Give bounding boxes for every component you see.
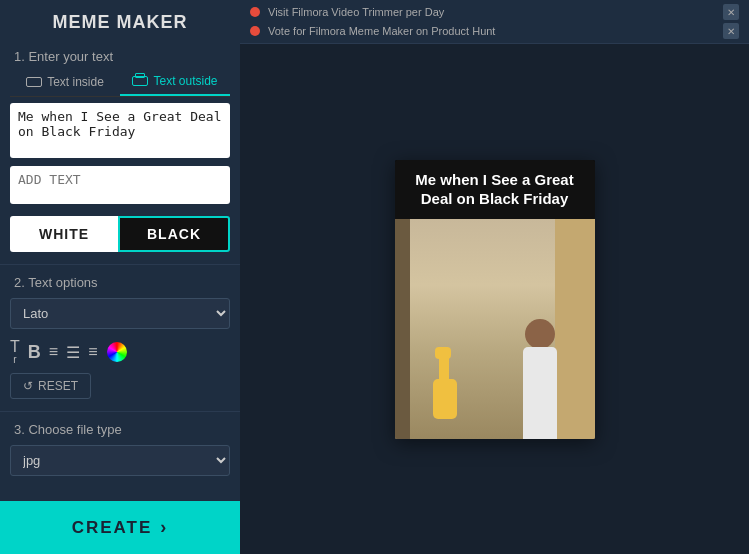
font-select-wrap: Lato Arial Impact [0,294,240,335]
notification-bar: Visit Filmora Video Trimmer per Day ✕ Vo… [240,0,749,44]
right-panel: Visit Filmora Video Trimmer per Day ✕ Vo… [240,0,749,554]
create-button[interactable]: CREATE › [0,501,240,554]
meme-top-text: Me when I See a Great Deal on Black Frid… [395,160,595,219]
top-text-wrap: Me when I See a Great Deal on Black Frid… [0,103,240,166]
color-buttons: WHITE BLACK [10,216,230,252]
format-icons-row: Tr B ≡ ☰ ≡ [0,335,240,369]
white-color-button[interactable]: WHITE [10,216,118,252]
reset-icon: ↺ [23,379,33,393]
text-outside-icon [132,76,148,86]
color-wheel-icon[interactable] [107,342,127,362]
bottom-text-wrap [0,166,240,212]
text-inside-icon [26,77,42,87]
text-size-icon[interactable]: Tr [10,339,20,365]
notif-item-2: Vote for Filmora Meme Maker on Product H… [250,23,739,39]
notif-text-2: Vote for Filmora Meme Maker on Product H… [268,25,495,37]
meme-image-background [395,219,595,439]
tab-text-inside[interactable]: Text inside [10,68,120,96]
font-select[interactable]: Lato Arial Impact [10,298,230,329]
reset-button[interactable]: ↺ RESET [10,373,91,399]
notif-close-1[interactable]: ✕ [723,4,739,20]
notif-text-1: Visit Filmora Video Trimmer per Day [268,6,444,18]
giraffe-neck [439,356,449,381]
bottom-text-input[interactable] [10,166,230,204]
create-label: CREATE [72,518,153,538]
meme-card: Me when I See a Great Deal on Black Frid… [395,160,595,439]
tab-outside-label: Text outside [153,74,217,88]
notif-close-2[interactable]: ✕ [723,23,739,39]
app-title: MEME MAKER [0,0,240,43]
tab-inside-label: Text inside [47,75,104,89]
text-position-tabs: Text inside Text outside [10,68,230,97]
notif-dot-2 [250,26,260,36]
step1-label: 1. Enter your text [0,43,240,68]
kid-legs [523,394,557,439]
meme-image [395,219,595,439]
kid-body [523,347,557,397]
file-select-wrap: jpg png gif [0,441,240,482]
align-center-icon[interactable]: ☰ [66,343,80,362]
bold-icon[interactable]: B [28,342,41,363]
giraffe-body [433,379,457,419]
tab-text-outside[interactable]: Text outside [120,68,230,96]
black-color-button[interactable]: BLACK [118,216,230,252]
create-chevron-icon: › [160,517,168,538]
step2-label: 2. Text options [0,269,240,294]
kid-figure [515,319,565,439]
step3-label: 3. Choose file type [0,416,240,441]
notif-dot-1 [250,7,260,17]
left-panel: MEME MAKER 1. Enter your text Text insid… [0,0,240,554]
file-type-select[interactable]: jpg png gif [10,445,230,476]
divider1 [0,264,240,265]
kid-head [525,319,555,349]
divider2 [0,411,240,412]
meme-preview-area: Me when I See a Great Deal on Black Frid… [240,44,749,554]
giraffe-toy [425,349,465,419]
top-text-input[interactable]: Me when I See a Great Deal on Black Frid… [10,103,230,158]
align-right-icon[interactable]: ≡ [88,343,97,361]
align-left-icon[interactable]: ≡ [49,343,58,361]
reset-label: RESET [38,379,78,393]
notif-item-1: Visit Filmora Video Trimmer per Day ✕ [250,4,739,20]
door-decoration [395,219,410,439]
